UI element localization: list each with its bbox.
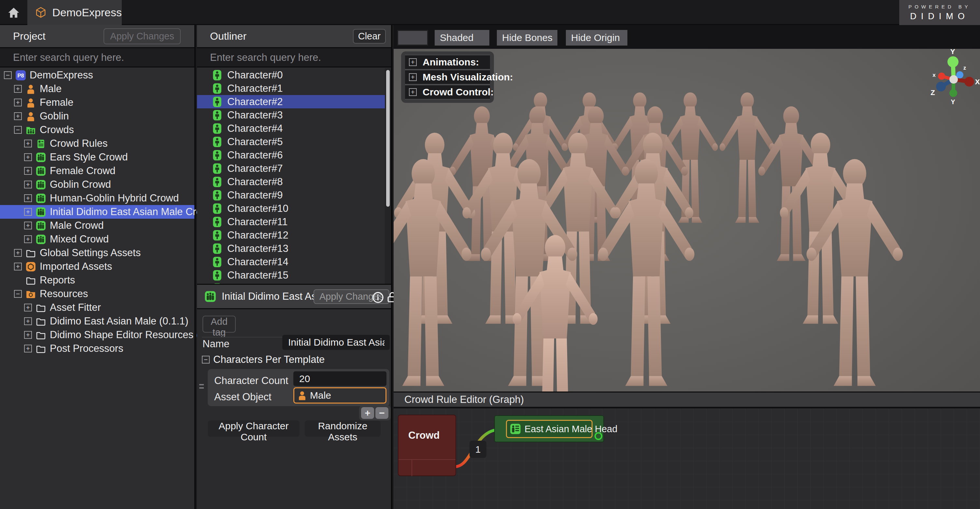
character-list-item[interactable]: Character#5	[197, 135, 391, 148]
name-input[interactable]	[288, 337, 385, 348]
character-list-item[interactable]: Character#1	[197, 82, 391, 95]
collapse-toggle[interactable]: −	[202, 356, 210, 364]
tree-item-didimo-shape-editor-resources-0-4-0-[interactable]: +Didimo Shape Editor Resources (0.4.0)	[0, 328, 194, 342]
tree-item-human-goblin-hybrid-crowd[interactable]: +Human-Goblin Hybrid Crowd	[0, 191, 194, 205]
character-list-item[interactable]: Character#14	[197, 255, 391, 269]
axis-gizmo[interactable]: Y Y x z X Z	[928, 49, 980, 109]
tree-item-male[interactable]: +Male	[0, 82, 194, 96]
tree-item-crowd-rules[interactable]: +Crowd Rules	[0, 137, 194, 150]
expand-icon[interactable]: +	[14, 85, 22, 93]
expand-icon[interactable]: +	[24, 208, 32, 216]
collapse-icon[interactable]: −	[4, 71, 12, 79]
tree-item-reports[interactable]: Reports	[0, 274, 194, 287]
overlay-section-label: Animations:	[423, 57, 479, 68]
asset-node-chip[interactable]: East Asian Male Head	[506, 420, 593, 438]
viewport-mode-box[interactable]	[397, 30, 428, 46]
expand-icon[interactable]: +	[14, 99, 22, 107]
character-list-item[interactable]: Character#10	[197, 202, 391, 215]
expand-icon[interactable]: +	[409, 58, 417, 66]
project-apply-changes-button[interactable]: Apply Changes	[103, 28, 181, 44]
expand-icon[interactable]: +	[24, 235, 32, 243]
add-button[interactable]: +	[361, 407, 374, 419]
folder-white-icon	[25, 275, 36, 286]
name-field[interactable]	[282, 335, 390, 350]
viewport-button-shaded[interactable]: Shaded	[435, 30, 489, 46]
expand-icon[interactable]: +	[24, 304, 32, 312]
asset-node[interactable]: East Asian Male Head	[494, 415, 604, 442]
character-list-item[interactable]: Character#0	[197, 68, 391, 82]
expand-icon[interactable]: +	[409, 73, 417, 81]
outliner-scrollbar[interactable]	[385, 68, 391, 284]
tree-item-crowds[interactable]: −Crowds	[0, 123, 194, 137]
tree-item-ears-style-crowd[interactable]: +Ears Style Crowd	[0, 150, 194, 164]
collapse-icon[interactable]: −	[14, 126, 22, 134]
expand-icon[interactable]: +	[24, 331, 32, 339]
asset-object-field[interactable]: Male	[293, 387, 387, 404]
output-port[interactable]	[594, 431, 603, 441]
expand-icon[interactable]: +	[24, 153, 32, 161]
character-list-item[interactable]: Character#13	[197, 242, 391, 255]
tree-item-demoexpress[interactable]: −P8DemoExpress	[0, 68, 194, 82]
crowd-node[interactable]: Crowd	[398, 415, 456, 476]
collapse-icon[interactable]: −	[14, 290, 22, 298]
viewport-button-hide-bones[interactable]: Hide Bones	[497, 30, 557, 46]
person-icon	[25, 111, 36, 122]
expand-icon[interactable]: +	[24, 140, 32, 148]
info-icon[interactable]	[372, 292, 384, 303]
character-list-item[interactable]: Character#7	[197, 162, 391, 175]
tree-item-female[interactable]: +Female	[0, 96, 194, 109]
tree-item-post-processors[interactable]: +Post Processors	[0, 342, 194, 355]
overlay-section-crowd-control-[interactable]: +Crowd Control:	[405, 84, 490, 100]
add-tag-button[interactable]: Add tag	[202, 316, 236, 332]
expand-icon[interactable]: +	[409, 88, 417, 96]
character-list-item[interactable]: Character#15	[197, 269, 391, 282]
outliner-search-input[interactable]	[210, 52, 373, 64]
remove-button[interactable]: −	[375, 407, 388, 419]
home-button[interactable]	[0, 0, 27, 25]
character-list-item[interactable]: Character#4	[197, 122, 391, 135]
drag-handle[interactable]	[199, 384, 204, 385]
character-list-item[interactable]: Character#6	[197, 148, 391, 162]
character-list-item[interactable]: Character#2	[197, 95, 391, 108]
outliner-scrollbar-thumb[interactable]	[386, 70, 390, 207]
tree-item-male-crowd[interactable]: +Male Crowd	[0, 219, 194, 232]
character-list-item[interactable]: Character#12	[197, 229, 391, 242]
tree-item-imported-assets[interactable]: +Imported Assets	[0, 260, 194, 274]
tree-item-goblin[interactable]: +Goblin	[0, 109, 194, 123]
expand-icon[interactable]: +	[14, 262, 22, 270]
character-icon	[212, 110, 223, 121]
expand-icon[interactable]: +	[24, 317, 32, 325]
character-list-item[interactable]: Character#3	[197, 108, 391, 122]
expand-icon[interactable]: +	[24, 194, 32, 202]
character-list-item[interactable]: Character#8	[197, 175, 391, 188]
expand-icon[interactable]: +	[14, 112, 22, 120]
tree-item-initial-didimo-east-asian-male-crowd[interactable]: +Initial Didimo East Asian Male Crowd	[0, 205, 194, 219]
randomize-assets-button[interactable]: Randomize Assets	[305, 420, 380, 437]
tree-item-global-settings-assets[interactable]: +Global Settings Assets	[0, 246, 194, 260]
expand-icon[interactable]: +	[24, 345, 32, 353]
character-list-item[interactable]: Character#11	[197, 215, 391, 229]
tree-item-didimo-east-asian-male-0-1-1-[interactable]: +Didimo East Asian Male (0.1.1)	[0, 314, 194, 328]
overlay-section-animations-[interactable]: +Animations:	[405, 55, 490, 70]
tab-demoexpress[interactable]: DemoExpress	[27, 0, 122, 25]
viewport-button-hide-origin[interactable]: Hide Origin	[566, 30, 627, 46]
outliner-clear-button[interactable]: Clear	[353, 29, 386, 44]
expand-icon[interactable]: +	[24, 181, 32, 188]
character-count-input[interactable]	[299, 373, 382, 384]
character-count-field[interactable]	[293, 371, 387, 386]
tree-item-asset-fitter[interactable]: +Asset Fitter	[0, 301, 194, 314]
edge-weight-label[interactable]: 1	[469, 441, 487, 458]
project-search-input[interactable]	[13, 52, 176, 64]
expand-icon[interactable]: +	[14, 249, 22, 257]
expand-icon[interactable]: +	[24, 222, 32, 229]
tree-item-mixed-crowd[interactable]: +Mixed Crowd	[0, 232, 194, 246]
tree-item-goblin-crowd[interactable]: +Goblin Crowd	[0, 178, 194, 191]
crowd-rule-graph[interactable]: Crowd 1 East Asian Male Head	[394, 409, 980, 509]
viewport-3d[interactable]: +Animations:+Mesh Visualization:+Crowd C…	[394, 49, 980, 391]
tree-item-resources[interactable]: −Resources	[0, 287, 194, 301]
tree-item-female-crowd[interactable]: +Female Crowd	[0, 164, 194, 178]
apply-character-count-button[interactable]: Apply Character Count	[208, 420, 299, 437]
expand-icon[interactable]: +	[24, 167, 32, 175]
overlay-section-mesh-visualization-[interactable]: +Mesh Visualization:	[405, 70, 490, 84]
character-list-item[interactable]: Character#9	[197, 188, 391, 202]
